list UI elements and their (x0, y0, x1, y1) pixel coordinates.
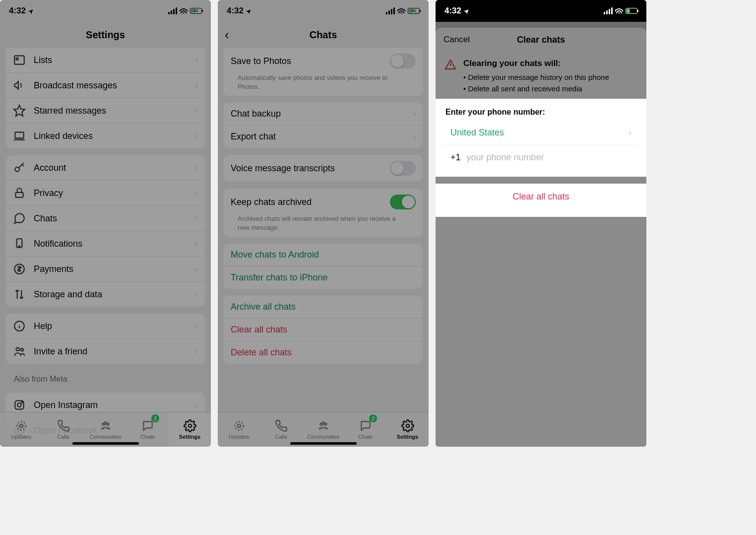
page-title: Chats (310, 29, 337, 41)
enter-phone-header: Enter your phone number: (436, 100, 646, 121)
svg-point-23 (237, 424, 241, 428)
svg-point-22 (235, 421, 243, 430)
svg-point-16 (17, 421, 25, 430)
svg-point-7 (19, 246, 20, 247)
row-export-chat[interactable]: Export chat› (224, 126, 423, 148)
signal-icon (604, 7, 613, 14)
chevron-right-icon: › (195, 56, 198, 65)
tab-chats[interactable]: 2Chats (344, 412, 386, 447)
sheet-title: Clear chats (517, 35, 565, 45)
chats-badge: 2 (151, 414, 159, 422)
warning-item-1: Delete your message history on this phon… (463, 71, 609, 83)
chats-title-bar: ‹ Chats (218, 22, 429, 48)
phone-input[interactable] (467, 152, 631, 163)
tab-settings[interactable]: Settings (386, 412, 429, 447)
updates-icon (232, 419, 247, 432)
row-linked-devices[interactable]: Linked devices› (6, 124, 205, 148)
save-photos-toggle[interactable] (390, 54, 416, 68)
battery-icon: 31 (408, 8, 420, 14)
chevron-right-icon: › (413, 110, 416, 119)
people-icon (13, 345, 26, 358)
info-icon (13, 320, 26, 333)
svg-point-4 (15, 167, 19, 172)
signal-icon (386, 7, 395, 14)
country-code: +1 (450, 152, 461, 163)
row-help[interactable]: Help› (6, 314, 205, 339)
tab-settings[interactable]: Settings (169, 412, 211, 447)
star-icon (13, 104, 26, 117)
list-icon (13, 54, 26, 67)
chevron-right-icon: › (195, 189, 198, 198)
svg-point-11 (21, 348, 23, 351)
chevron-right-icon: › (195, 322, 198, 331)
bell-icon (13, 237, 26, 250)
calls-icon (274, 419, 289, 432)
location-icon (247, 6, 252, 16)
tab-updates[interactable]: Updates (218, 412, 260, 447)
row-starred[interactable]: Starred messages› (6, 98, 205, 124)
settings-title-bar: Settings (0, 22, 211, 48)
back-button[interactable]: ‹ (225, 27, 229, 43)
tab-bar: Updates Calls Communities 2Chats Setting… (0, 412, 211, 447)
svg-point-10 (16, 347, 20, 351)
svg-rect-5 (15, 193, 23, 198)
tab-bar: Updates Calls Communities 2Chats Setting… (218, 412, 429, 447)
status-bar: 4:32 31 (436, 0, 646, 22)
status-time: 4:32 (444, 6, 461, 16)
row-notifications[interactable]: Notifications› (6, 231, 205, 257)
row-move-android[interactable]: Move chats to Android (224, 244, 423, 267)
row-delete-all[interactable]: Delete all chats (224, 341, 423, 364)
row-account[interactable]: Account› (6, 155, 205, 181)
row-lists[interactable]: Lists› (6, 48, 205, 73)
status-time: 4:32 (227, 6, 244, 16)
archive-toggle[interactable] (390, 195, 416, 209)
row-broadcast[interactable]: Broadcast messages› (6, 73, 205, 98)
arrows-icon (13, 288, 26, 301)
battery-icon: 31 (626, 8, 637, 14)
row-keep-archived[interactable]: Keep chats archived (224, 189, 423, 211)
row-voice-transcripts[interactable]: Voice message transcripts (224, 155, 423, 182)
country-row[interactable]: United States › (442, 121, 639, 145)
row-transfer-iphone[interactable]: Transfer chats to iPhone (224, 267, 423, 289)
country-label: United States (450, 128, 504, 138)
row-save-photos[interactable]: Save to Photos (224, 48, 423, 70)
chevron-right-icon: › (629, 128, 631, 138)
warning-block: Clearing your chats will: Delete your me… (436, 52, 646, 99)
chevron-right-icon: › (195, 214, 198, 223)
wifi-icon (615, 6, 623, 16)
tab-updates[interactable]: Updates (0, 412, 42, 447)
home-indicator (290, 442, 357, 445)
tab-calls[interactable]: Calls (260, 412, 302, 447)
sheet-nav: Cancel Clear chats (436, 28, 646, 52)
row-chat-backup[interactable]: Chat backup› (224, 103, 423, 126)
row-chats[interactable]: Chats› (6, 206, 205, 231)
chats-badge: 2 (369, 414, 377, 422)
tab-communities[interactable]: Communities (84, 412, 126, 447)
tab-chats[interactable]: 2Chats (126, 412, 169, 447)
tab-communities[interactable]: Communities (302, 412, 344, 447)
row-archive-all[interactable]: Archive all chats (224, 296, 423, 319)
location-icon (464, 6, 469, 16)
key-icon (13, 161, 26, 174)
row-storage[interactable]: Storage and data› (6, 282, 205, 307)
chevron-right-icon: › (195, 81, 198, 90)
tab-calls[interactable]: Calls (42, 412, 84, 447)
row-privacy[interactable]: Privacy› (6, 181, 205, 206)
chevron-right-icon: › (195, 290, 198, 299)
chevron-right-icon: › (195, 239, 198, 248)
calls-icon (56, 419, 71, 432)
phone-row[interactable]: +1 (442, 145, 639, 170)
warning-title: Clearing your chats will: (463, 59, 609, 68)
row-clear-all[interactable]: Clear all chats (224, 319, 423, 341)
archive-desc: Archived chats will remain archived when… (224, 211, 423, 237)
voice-toggle[interactable] (390, 161, 416, 176)
page-title: Settings (86, 29, 125, 41)
svg-point-17 (19, 424, 23, 428)
row-invite[interactable]: Invite a friend› (6, 339, 205, 364)
wifi-icon (180, 6, 188, 16)
chevron-right-icon: › (195, 132, 198, 140)
row-payments[interactable]: Payments› (6, 257, 205, 282)
cancel-button[interactable]: Cancel (443, 35, 470, 45)
clear-all-chats-button[interactable]: Clear all chats (442, 184, 639, 210)
svg-rect-3 (15, 132, 23, 138)
